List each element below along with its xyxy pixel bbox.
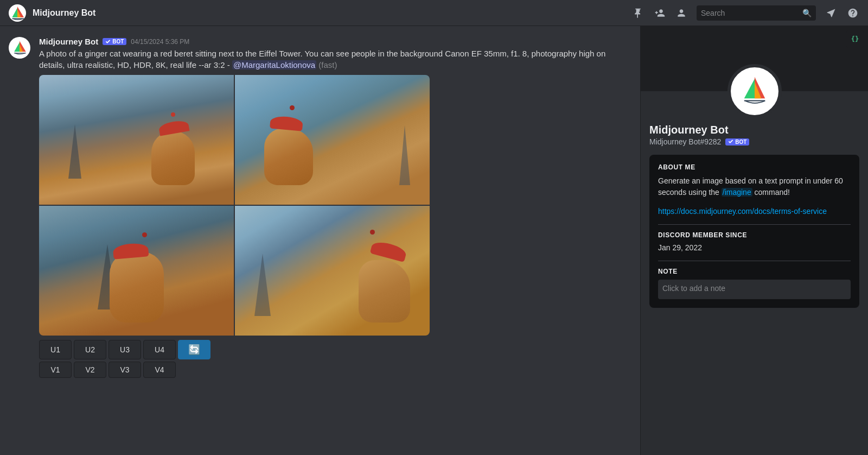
v3-button[interactable]: V3 bbox=[108, 362, 141, 378]
v1-button[interactable]: V1 bbox=[39, 362, 72, 378]
about-me-text: Generate an image based on a text prompt… bbox=[658, 175, 851, 198]
note-placeholder: Click to add a note bbox=[662, 284, 725, 293]
image-cell-3 bbox=[39, 206, 234, 336]
profile-icon[interactable] bbox=[675, 7, 688, 20]
member-since-date: Jan 29, 2022 bbox=[658, 243, 851, 252]
right-panel: {} Midjourney Bot Midjou bbox=[640, 26, 868, 455]
tos-link[interactable]: https://docs.midjourney.com/docs/terms-o… bbox=[658, 207, 851, 216]
username: Midjourney Bot bbox=[39, 37, 98, 46]
main-layout: Midjourney Bot BOT 04/15/2024 5:36 PM A … bbox=[0, 26, 868, 455]
channel-title: Midjourney Bot bbox=[33, 8, 95, 18]
app-logo bbox=[9, 4, 26, 22]
inbox-icon[interactable] bbox=[825, 7, 838, 20]
refresh-icon: 🔄 bbox=[188, 344, 200, 356]
top-bar-icons: Search 🔍 bbox=[631, 5, 859, 21]
imagine-link[interactable]: /imagine bbox=[722, 188, 752, 197]
chat-area[interactable]: Midjourney Bot BOT 04/15/2024 5:36 PM A … bbox=[0, 26, 640, 455]
refresh-button[interactable]: 🔄 bbox=[178, 340, 210, 359]
action-buttons-row1: U1 U2 U3 U4 🔄 bbox=[39, 340, 631, 359]
add-member-icon[interactable] bbox=[653, 7, 666, 20]
about-me-title: ABOUT ME bbox=[658, 163, 851, 171]
discriminator-text: Midjourney Bot#9282 bbox=[649, 137, 721, 146]
bot-badge: BOT bbox=[103, 38, 126, 45]
mention: @MargaritaLoktionova bbox=[232, 60, 316, 69]
u1-button[interactable]: U1 bbox=[39, 340, 72, 359]
image-grid bbox=[39, 75, 430, 336]
message-text: A photo of a ginger cat wearing a red be… bbox=[39, 48, 631, 71]
profile-discriminator: Midjourney Bot#9282 BOT bbox=[649, 137, 859, 146]
profile-header: {} bbox=[641, 26, 868, 91]
help-icon[interactable] bbox=[846, 7, 859, 20]
search-icon: 🔍 bbox=[802, 9, 812, 17]
image-cell-2 bbox=[235, 75, 430, 205]
search-bar[interactable]: Search 🔍 bbox=[697, 5, 816, 21]
message-container: Midjourney Bot BOT 04/15/2024 5:36 PM A … bbox=[0, 35, 640, 380]
v2-button[interactable]: V2 bbox=[74, 362, 106, 378]
message-timestamp: 04/15/2024 5:36 PM bbox=[131, 38, 189, 46]
message-content: Midjourney Bot BOT 04/15/2024 5:36 PM A … bbox=[39, 37, 631, 378]
v4-button[interactable]: V4 bbox=[143, 362, 176, 378]
image-cell-1 bbox=[39, 75, 234, 205]
action-buttons-row2: V1 V2 V3 V4 bbox=[39, 362, 631, 378]
profile-bot-badge: BOT bbox=[725, 138, 749, 146]
message-header: Midjourney Bot BOT 04/15/2024 5:36 PM bbox=[39, 37, 631, 46]
section-divider bbox=[658, 224, 851, 225]
note-input[interactable]: Click to add a note bbox=[658, 280, 851, 299]
profile-body: Midjourney Bot Midjourney Bot#9282 BOT A… bbox=[641, 91, 868, 455]
profile-card: ABOUT ME Generate an image based on a te… bbox=[649, 155, 859, 308]
image-cell-4 bbox=[235, 206, 430, 336]
avatar bbox=[9, 37, 30, 59]
profile-avatar-area bbox=[727, 64, 782, 118]
u2-button[interactable]: U2 bbox=[74, 340, 106, 359]
pin-icon[interactable] bbox=[631, 7, 644, 20]
profile-actions: {} bbox=[846, 30, 864, 48]
profile-avatar bbox=[727, 64, 782, 118]
fast-tag: (fast) bbox=[318, 60, 337, 69]
svg-marker-1 bbox=[12, 8, 17, 17]
top-bar: Midjourney Bot Search 🔍 bbox=[0, 0, 868, 26]
section-divider-2 bbox=[658, 261, 851, 261]
member-since-title: DISCORD MEMBER SINCE bbox=[658, 231, 851, 239]
u4-button[interactable]: U4 bbox=[143, 340, 176, 359]
u3-button[interactable]: U3 bbox=[108, 340, 141, 359]
search-placeholder: Search bbox=[701, 9, 799, 17]
dev-tools-button[interactable]: {} bbox=[846, 30, 864, 48]
note-title: NOTE bbox=[658, 268, 851, 275]
profile-name: Midjourney Bot bbox=[649, 124, 859, 136]
